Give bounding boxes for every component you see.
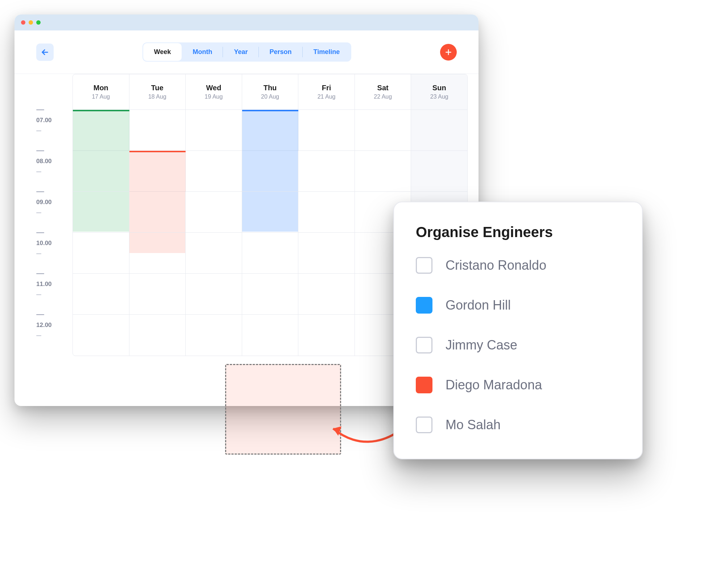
view-year-tab[interactable]: Year bbox=[223, 43, 258, 61]
view-month-tab[interactable]: Month bbox=[182, 43, 223, 61]
calendar-cell[interactable] bbox=[73, 233, 129, 274]
calendar-cell[interactable] bbox=[355, 110, 411, 151]
calendar-cell[interactable] bbox=[129, 233, 186, 274]
day-header: Fri 21 Aug bbox=[298, 74, 355, 110]
calendar-cell[interactable] bbox=[242, 110, 299, 151]
calendar-cell[interactable] bbox=[242, 233, 299, 274]
calendar-cell[interactable] bbox=[298, 192, 355, 233]
calendar-cell[interactable] bbox=[129, 151, 186, 192]
day-header: Thu 20 Aug bbox=[242, 74, 299, 110]
calendar-cell[interactable] bbox=[242, 151, 299, 192]
calendar-cell[interactable] bbox=[298, 315, 355, 356]
calendar-cell[interactable] bbox=[73, 274, 129, 315]
calendar-cell[interactable] bbox=[129, 192, 186, 233]
view-segmented-control: Week Month Year Person Timeline bbox=[142, 42, 351, 62]
engineer-row[interactable]: Gordon Hill bbox=[416, 297, 620, 314]
calendar-cell[interactable] bbox=[129, 110, 186, 151]
engineer-row[interactable]: Diego Maradona bbox=[416, 377, 620, 393]
engineer-row[interactable]: Cristano Ronaldo bbox=[416, 257, 620, 274]
calendar-cell[interactable] bbox=[298, 110, 355, 151]
back-button[interactable] bbox=[36, 44, 54, 61]
day-date: 17 Aug bbox=[92, 94, 110, 100]
day-date: 20 Aug bbox=[261, 94, 279, 100]
time-label: 12.00 bbox=[36, 322, 62, 329]
drag-drop-target[interactable] bbox=[225, 364, 341, 455]
day-header: Tue 18 Aug bbox=[129, 74, 186, 110]
add-button[interactable] bbox=[440, 44, 457, 61]
calendar-cell[interactable] bbox=[129, 274, 186, 315]
time-label: 10.00 bbox=[36, 240, 62, 247]
engineer-row[interactable]: Jimmy Case bbox=[416, 337, 620, 353]
day-name: Sat bbox=[377, 84, 389, 92]
calendar-cell[interactable] bbox=[73, 315, 129, 356]
engineer-checkbox[interactable] bbox=[416, 257, 432, 274]
day-name: Wed bbox=[206, 84, 221, 92]
engineer-name: Mo Salah bbox=[446, 417, 501, 432]
time-label: 09.00 bbox=[36, 199, 62, 206]
day-name: Thu bbox=[264, 84, 277, 92]
engineer-name: Cristano Ronaldo bbox=[446, 258, 546, 273]
view-timeline-tab[interactable]: Timeline bbox=[303, 43, 351, 61]
view-person-tab[interactable]: Person bbox=[259, 43, 303, 61]
engineer-checkbox[interactable] bbox=[416, 417, 432, 433]
day-header: Sat 22 Aug bbox=[355, 74, 411, 110]
day-header: Sun 23 Aug bbox=[411, 74, 467, 110]
arrow-left-icon bbox=[41, 48, 49, 56]
panel-title: Organise Engineers bbox=[416, 224, 620, 240]
toolbar: Week Month Year Person Timeline bbox=[14, 30, 478, 74]
calendar-cell[interactable] bbox=[298, 151, 355, 192]
engineer-list: Cristano Ronaldo Gordon Hill Jimmy Case … bbox=[416, 257, 620, 433]
engineer-checkbox[interactable] bbox=[416, 377, 432, 393]
calendar-cell[interactable] bbox=[186, 110, 242, 151]
time-label: 08.00 bbox=[36, 158, 62, 165]
time-gutter: 07.00 08.00 09.00 10.00 11.00 bbox=[36, 109, 62, 355]
calendar-cell[interactable] bbox=[411, 151, 467, 192]
day-name: Mon bbox=[94, 84, 108, 92]
calendar-cell[interactable] bbox=[355, 151, 411, 192]
minimize-window-button[interactable] bbox=[29, 20, 33, 25]
calendar-cell[interactable] bbox=[298, 233, 355, 274]
calendar-cell[interactable] bbox=[73, 192, 129, 233]
calendar-cell[interactable] bbox=[129, 315, 186, 356]
calendar-cell[interactable] bbox=[298, 274, 355, 315]
day-name: Fri bbox=[322, 84, 331, 92]
day-header: Wed 19 Aug bbox=[186, 74, 242, 110]
titlebar bbox=[14, 15, 478, 30]
calendar-cell[interactable] bbox=[186, 151, 242, 192]
day-date: 19 Aug bbox=[205, 94, 223, 100]
calendar-cell[interactable] bbox=[186, 233, 242, 274]
day-date: 22 Aug bbox=[374, 94, 392, 100]
plus-icon bbox=[445, 49, 452, 56]
view-week-tab[interactable]: Week bbox=[143, 43, 182, 61]
time-label: 07.00 bbox=[36, 117, 62, 124]
engineer-name: Diego Maradona bbox=[446, 377, 542, 393]
day-date: 18 Aug bbox=[148, 94, 166, 100]
close-window-button[interactable] bbox=[21, 20, 25, 25]
calendar-cell[interactable] bbox=[73, 110, 129, 151]
calendar-cell[interactable] bbox=[186, 274, 242, 315]
day-name: Tue bbox=[151, 84, 163, 92]
engineer-name: Jimmy Case bbox=[446, 338, 517, 353]
time-label: 11.00 bbox=[36, 281, 62, 288]
engineer-checkbox[interactable] bbox=[416, 337, 432, 353]
calendar-cell[interactable] bbox=[242, 192, 299, 233]
organise-engineers-panel: Organise Engineers Cristano Ronaldo Gord… bbox=[393, 202, 643, 459]
calendar-cell[interactable] bbox=[242, 315, 299, 356]
calendar-cell[interactable] bbox=[186, 192, 242, 233]
calendar-cell[interactable] bbox=[73, 151, 129, 192]
engineer-checkbox[interactable] bbox=[416, 297, 432, 314]
day-header: Mon 17 Aug bbox=[73, 74, 129, 110]
calendar-cell[interactable] bbox=[242, 274, 299, 315]
engineer-row[interactable]: Mo Salah bbox=[416, 417, 620, 433]
calendar-cell[interactable] bbox=[411, 110, 467, 151]
day-name: Sun bbox=[432, 84, 446, 92]
day-date: 21 Aug bbox=[318, 94, 336, 100]
calendar-cell[interactable] bbox=[186, 315, 242, 356]
day-date: 23 Aug bbox=[430, 94, 448, 100]
maximize-window-button[interactable] bbox=[36, 20, 41, 25]
engineer-name: Gordon Hill bbox=[446, 298, 511, 313]
